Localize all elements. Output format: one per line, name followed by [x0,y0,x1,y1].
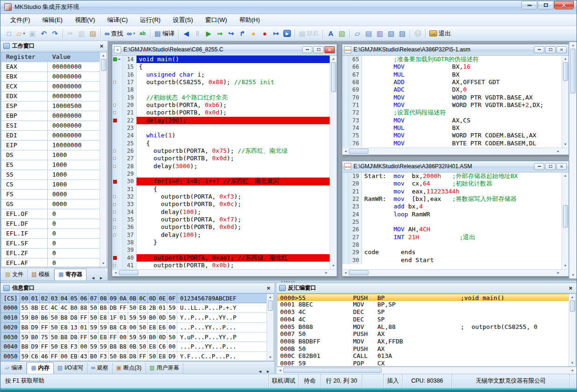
cascade-windows-button[interactable]: ▱ [352,28,363,39]
vertical-scrollbar[interactable]: ▲ ▼ [569,294,576,366]
breakpoint-off-icon[interactable] [113,150,116,152]
code-line[interactable]: 23 add bx,4 [342,203,562,210]
step-into-button[interactable]: ↪ [225,28,237,39]
debug-reset-button[interactable]: ◀ [180,28,192,39]
scroll-down-icon[interactable]: ▼ [564,141,567,148]
minimize-button[interactable] [521,1,537,9]
code-line[interactable]: 41 outportb(PORTB, 0x0b); [112,262,330,269]
code-line[interactable]: 39 [112,246,330,254]
stop-hand-button[interactable]: ● [248,28,259,39]
breakpoint-off-icon[interactable] [113,211,116,214]
code-line[interactable]: 29code ends [342,249,562,256]
code-line[interactable]: 40 outportb(PORTA, 0xae); //东西绿、南北红 [112,254,330,262]
window-list-button[interactable]: ▨ [397,28,408,39]
disassembly-row[interactable]: 000C E82B01CALL013A [277,352,569,360]
code-line[interactable]: 18 [112,86,330,93]
close-icon[interactable]: × [265,285,272,292]
breakpoint-off-icon[interactable] [113,195,116,198]
c-editor-titlebar[interactable]: c E:\GMJ\MKStudio\Release\C86_8255.C ✕ [112,44,337,56]
menu-item-4[interactable]: 运行(R) [134,14,166,26]
title-bar[interactable]: MKStudio 集成开发环境 ✕ [0,0,577,14]
code-line[interactable]: 31 { [112,185,330,193]
scroll-right-icon[interactable]: ► [323,271,330,274]
code-line[interactable]: 28 delay(3000); [112,163,330,170]
hex-row[interactable]: 001059B0B650B8D8FF50E81F015959B00D50Y..P… [1,313,267,323]
scrollbar-thumb[interactable] [101,59,106,71]
breakpoint-icon[interactable] [113,180,117,184]
code-line[interactable]: 22 delay(200); [112,117,330,124]
vertical-scrollbar[interactable]: ▲ ▼ [100,52,107,267]
menu-item-5[interactable]: 设置(S) [166,14,199,26]
minimize-button[interactable] [534,46,544,53]
code-line[interactable]: 27 outportb(PORTB, 0x0d); [112,155,330,162]
info-panel-header[interactable]: 信息窗口 × [0,283,274,293]
asm1-code-editor[interactable]: 65 ;准备要加载到GDTR的伪描述符66 MOV BX,1667 MUL BX… [342,56,562,148]
code-line[interactable]: 36 outportb(PORTB, 0x0d); [112,223,330,231]
scroll-up-icon[interactable]: ▲ [269,294,272,300]
code-line[interactable]: 17 outportb(CS8255, 0x88); //8255 init [112,78,330,86]
breakpoint-icon[interactable] [113,119,117,122]
tile-vertical-button[interactable]: ▥ [374,28,385,39]
code-line[interactable]: 21 mov eax,11223344h [342,188,562,195]
code-line[interactable]: 69 ADC DX,0 [342,86,562,93]
code-line[interactable]: 30 for(i=0; i<8; i++) //东西红、南北黄闪 [112,178,330,185]
disassembly-view[interactable]: 0000>55PUSHBP;void main()0001 8BECMOVBP,… [277,294,569,366]
code-line[interactable]: 24 loop RamWR [342,211,562,218]
run-button[interactable]: ▶ [203,28,214,39]
hex-row[interactable]: 0040B8D9FF50E8F3005959B8B80B50E8C600...P… [1,342,267,352]
code-line[interactable]: 19Start: mov bx,2000h ;外部存储器起始地址BX [342,172,562,180]
font-button[interactable]: A [325,28,336,39]
disassembly-row[interactable]: 0007 50PUSHAX [277,330,569,338]
register-row[interactable]: EFL.SF0 [1,239,100,249]
breakpoint-off-icon[interactable] [113,203,116,206]
undo-button[interactable]: ↶ [38,28,50,39]
tab-scroll-arrows[interactable]: ◄ ► [258,369,274,374]
scrollbar-thumb[interactable] [563,62,568,81]
tab-断点(3)[interactable]: ▣断点(3) [113,363,146,374]
resize-grip[interactable] [562,148,569,155]
menu-item-2[interactable]: 视图(V) [69,14,101,26]
scroll-left-icon[interactable]: ◄ [342,271,349,274]
code-line[interactable]: 35 outportb(PORTA, 0xf7); [112,216,330,223]
scroll-up-icon[interactable]: ▲ [564,56,567,62]
breakpoint-off-icon[interactable] [113,226,116,229]
register-row[interactable]: EFL.OF0 [1,209,100,219]
breakpoint-off-icon[interactable] [113,234,116,236]
code-line[interactable]: 22RamWR: mov [bx],eax ;将数据写入外部存储器 [342,195,562,203]
scroll-right-icon[interactable]: ► [555,150,562,153]
breakpoint-off-icon[interactable] [113,218,116,221]
minimize-button[interactable] [302,46,312,53]
menu-item-3[interactable]: 编译(C) [101,14,134,26]
register-row[interactable]: CS1000 [1,180,100,190]
exit-button[interactable]: →退出 [427,28,453,39]
scrollbar-thumb[interactable] [563,205,568,228]
disassembly-row[interactable]: 000F 59POPCX [277,360,569,366]
disassembly-row[interactable]: 0005 B088MOVAL,88; outportb(CS8255, 0 [277,323,569,331]
restore-button[interactable] [545,46,555,53]
close-button[interactable]: ✕ [556,46,567,53]
code-line[interactable]: 68 ADD AX,OFFSET GDT [342,78,562,86]
tab-观察[interactable]: ∞观察 [87,363,113,374]
minimize-button[interactable] [534,163,544,170]
asm2-code-editor[interactable]: 19Start: mov bx,2000h ;外部存储器起始地址BX20 mov… [342,172,562,269]
vertical-scrollbar[interactable]: ▲ ▼ [330,56,337,269]
restore-button[interactable] [545,163,555,170]
code-line[interactable]: 25 { [112,140,330,147]
tile-horizontal-button[interactable]: ▤ [363,28,374,39]
close-icon[interactable]: × [98,43,105,50]
code-line[interactable]: 26 outportb(PORTA, 0x75); //东西红、南北绿 [112,147,330,155]
vertical-scrollbar[interactable]: ▲ ▼ [562,172,569,269]
code-line[interactable]: 20 mov cx,64 ;初始化计数器 [342,180,562,187]
scrollbar-thumb[interactable] [331,62,336,92]
breakpoint-off-icon[interactable] [113,157,116,160]
arrange-windows-button[interactable]: ▧ [385,28,397,39]
work-panel-header[interactable]: 工作窗口 × [0,41,108,51]
c-code-editor[interactable]: →14void main()15{16 unsigned char i;17 o… [112,56,330,269]
code-line[interactable]: 24 while(1) [112,132,330,139]
code-line[interactable]: 65 ;准备要加载到GDTR的伪描述符 [342,56,562,63]
tab-I/O读写[interactable]: ▤I/O读写 [54,363,87,374]
tab-内存[interactable]: ▦内存 [27,362,53,374]
find-next-button[interactable]: ∞▾ [125,28,137,39]
restore-button[interactable] [313,46,324,53]
menu-item-0[interactable]: 文件(F) [4,14,36,26]
